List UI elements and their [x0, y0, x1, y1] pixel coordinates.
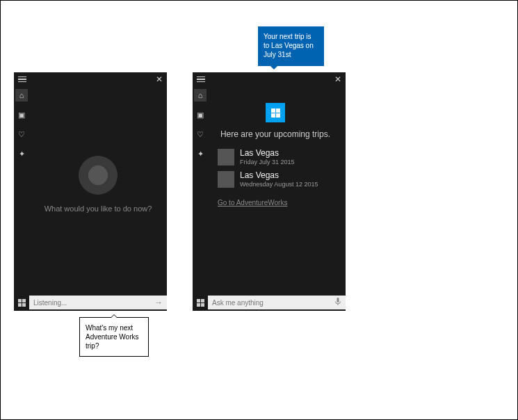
results-headline: Here are your upcoming trips.: [211, 129, 340, 139]
app-tile-icon: [266, 103, 285, 122]
search-input[interactable]: Ask me anything: [208, 296, 346, 309]
nav-rail: ⌂ ▣ ♡ ✦: [193, 86, 208, 294]
trip-date: Wednesday August 12 2015: [240, 181, 318, 188]
app-deep-link[interactable]: Go to AdventureWorks: [218, 199, 333, 207]
trip-thumbnail: [218, 171, 234, 188]
canvas: What would you like to do now?: [29, 86, 167, 294]
cortana-speech-bubble: Your next trip is to Las Vegas on July 3…: [258, 26, 324, 66]
start-icon[interactable]: [14, 294, 29, 311]
hamburger-icon[interactable]: [197, 75, 205, 84]
home-icon[interactable]: ⌂: [194, 89, 207, 102]
input-bar: Listening... →: [14, 294, 167, 311]
title-bar: ✕: [14, 72, 167, 86]
input-placeholder: Ask me anything: [212, 299, 264, 307]
input-text: Listening...: [33, 299, 67, 307]
input-bar: Ask me anything: [193, 294, 346, 311]
title-bar: ✕: [193, 72, 346, 86]
hamburger-icon[interactable]: [18, 75, 26, 84]
trip-item[interactable]: Las Vegas Friday July 31 2015: [211, 146, 340, 168]
reminders-icon[interactable]: ✦: [194, 147, 207, 160]
reminders-icon[interactable]: ✦: [15, 147, 28, 160]
places-icon[interactable]: ♡: [15, 128, 28, 140]
trip-title: Las Vegas: [240, 171, 318, 180]
microphone-icon[interactable]: [334, 298, 341, 308]
notebook-icon[interactable]: ▣: [15, 108, 28, 121]
nav-rail: ⌂ ▣ ♡ ✦: [14, 86, 29, 294]
trip-title: Las Vegas: [240, 149, 295, 158]
cortana-prompt: What would you like to do now?: [29, 204, 167, 213]
user-speech-bubble: What's my next Adventure Works trip?: [79, 317, 149, 357]
cortana-panel-listening: ✕ ⌂ ▣ ♡ ✦ What would you like to do now?…: [14, 72, 167, 311]
cortana-ring-icon: [79, 156, 118, 195]
notebook-icon[interactable]: ▣: [194, 108, 207, 121]
cortana-panel-results: ✕ ⌂ ▣ ♡ ✦ Here are your upcoming trips. …: [193, 72, 346, 311]
close-icon[interactable]: ✕: [156, 74, 163, 84]
places-icon[interactable]: ♡: [194, 128, 207, 140]
canvas: Here are your upcoming trips. Las Vegas …: [208, 86, 346, 294]
trip-item[interactable]: Las Vegas Wednesday August 12 2015: [211, 168, 340, 191]
trip-date: Friday July 31 2015: [240, 159, 295, 165]
svg-rect-0: [337, 298, 339, 302]
trip-thumbnail: [218, 149, 234, 165]
close-icon[interactable]: ✕: [334, 74, 341, 84]
search-input[interactable]: Listening... →: [29, 296, 167, 309]
send-arrow-icon[interactable]: →: [154, 298, 163, 307]
start-icon[interactable]: [193, 294, 208, 311]
home-icon[interactable]: ⌂: [15, 89, 28, 102]
